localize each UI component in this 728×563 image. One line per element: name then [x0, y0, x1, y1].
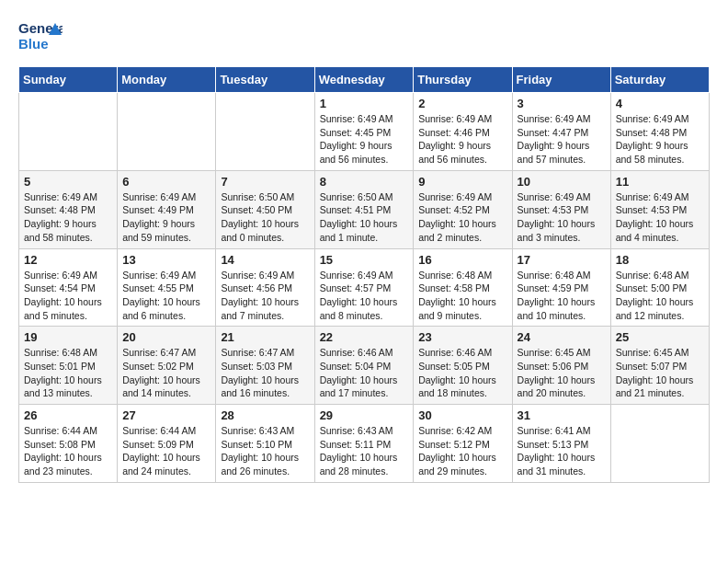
week-row-5: 26Sunrise: 6:44 AMSunset: 5:08 PMDayligh… — [19, 405, 710, 483]
calendar-cell — [118, 93, 216, 171]
calendar-cell: 19Sunrise: 6:48 AMSunset: 5:01 PMDayligh… — [19, 327, 118, 405]
calendar-cell — [19, 93, 118, 171]
day-info: Sunrise: 6:48 AMSunset: 4:58 PMDaylight:… — [418, 269, 506, 323]
calendar-cell: 17Sunrise: 6:48 AMSunset: 4:59 PMDayligh… — [512, 248, 610, 327]
calendar-cell: 6Sunrise: 6:49 AMSunset: 4:49 PMDaylight… — [118, 170, 216, 248]
svg-text:Blue: Blue — [18, 36, 49, 52]
day-number: 18 — [616, 253, 704, 267]
day-info: Sunrise: 6:49 AMSunset: 4:49 PMDaylight:… — [122, 190, 210, 245]
day-number: 26 — [24, 408, 112, 422]
week-row-4: 19Sunrise: 6:48 AMSunset: 5:01 PMDayligh… — [19, 327, 710, 405]
day-info: Sunrise: 6:47 AMSunset: 5:02 PMDaylight:… — [122, 346, 210, 400]
day-info: Sunrise: 6:44 AMSunset: 5:08 PMDaylight:… — [24, 424, 112, 478]
weekday-header-sunday: Sunday — [19, 67, 118, 93]
day-info: Sunrise: 6:50 AMSunset: 4:50 PMDaylight:… — [221, 190, 309, 245]
weekday-header-wednesday: Wednesday — [314, 67, 414, 93]
day-info: Sunrise: 6:44 AMSunset: 5:09 PMDaylight:… — [122, 424, 210, 478]
day-number: 7 — [221, 175, 309, 189]
calendar-cell: 29Sunrise: 6:43 AMSunset: 5:11 PMDayligh… — [314, 405, 414, 483]
calendar-cell: 20Sunrise: 6:47 AMSunset: 5:02 PMDayligh… — [118, 327, 216, 405]
weekday-header-monday: Monday — [118, 67, 216, 93]
calendar-cell: 5Sunrise: 6:49 AMSunset: 4:48 PMDaylight… — [19, 170, 118, 248]
weekday-header-friday: Friday — [512, 67, 610, 93]
calendar-cell: 23Sunrise: 6:46 AMSunset: 5:05 PMDayligh… — [414, 327, 512, 405]
calendar-cell: 25Sunrise: 6:45 AMSunset: 5:07 PMDayligh… — [610, 327, 709, 405]
calendar-cell: 8Sunrise: 6:50 AMSunset: 4:51 PMDaylight… — [314, 170, 414, 248]
day-info: Sunrise: 6:48 AMSunset: 4:59 PMDaylight:… — [518, 269, 606, 323]
day-number: 24 — [518, 330, 606, 344]
week-row-2: 5Sunrise: 6:49 AMSunset: 4:48 PMDaylight… — [19, 170, 710, 248]
calendar-cell: 7Sunrise: 6:50 AMSunset: 4:50 PMDaylight… — [216, 170, 314, 248]
day-number: 13 — [122, 253, 210, 267]
day-info: Sunrise: 6:49 AMSunset: 4:48 PMDaylight:… — [24, 190, 112, 245]
day-number: 11 — [616, 175, 704, 189]
calendar-cell: 1Sunrise: 6:49 AMSunset: 4:45 PMDaylight… — [314, 93, 414, 171]
calendar-cell: 13Sunrise: 6:49 AMSunset: 4:55 PMDayligh… — [118, 248, 216, 327]
calendar-cell: 24Sunrise: 6:45 AMSunset: 5:06 PMDayligh… — [512, 327, 610, 405]
day-number: 5 — [24, 175, 112, 189]
logo-svg: General Blue — [18, 18, 63, 57]
calendar-cell: 12Sunrise: 6:49 AMSunset: 4:54 PMDayligh… — [19, 248, 118, 327]
day-number: 2 — [418, 97, 506, 110]
day-number: 12 — [24, 253, 112, 267]
day-number: 6 — [122, 175, 210, 189]
day-number: 16 — [418, 253, 506, 267]
day-info: Sunrise: 6:49 AMSunset: 4:53 PMDaylight:… — [616, 190, 704, 245]
day-number: 27 — [122, 408, 210, 422]
calendar-cell: 4Sunrise: 6:49 AMSunset: 4:48 PMDaylight… — [610, 93, 709, 171]
day-info: Sunrise: 6:49 AMSunset: 4:52 PMDaylight:… — [418, 190, 506, 245]
calendar-cell: 26Sunrise: 6:44 AMSunset: 5:08 PMDayligh… — [19, 405, 118, 483]
day-info: Sunrise: 6:49 AMSunset: 4:46 PMDaylight:… — [418, 112, 506, 167]
day-number: 30 — [418, 408, 506, 422]
weekday-header-tuesday: Tuesday — [216, 67, 314, 93]
calendar-table: SundayMondayTuesdayWednesdayThursdayFrid… — [18, 66, 710, 483]
calendar-cell — [610, 405, 709, 483]
calendar-cell: 16Sunrise: 6:48 AMSunset: 4:58 PMDayligh… — [414, 248, 512, 327]
calendar-cell: 15Sunrise: 6:49 AMSunset: 4:57 PMDayligh… — [314, 248, 414, 327]
calendar-cell: 11Sunrise: 6:49 AMSunset: 4:53 PMDayligh… — [610, 170, 709, 248]
day-number: 25 — [616, 330, 704, 344]
calendar-cell: 30Sunrise: 6:42 AMSunset: 5:12 PMDayligh… — [414, 405, 512, 483]
day-number: 15 — [320, 253, 409, 267]
day-info: Sunrise: 6:46 AMSunset: 5:04 PMDaylight:… — [320, 346, 409, 400]
calendar-cell: 3Sunrise: 6:49 AMSunset: 4:47 PMDaylight… — [512, 93, 610, 171]
weekday-header-saturday: Saturday — [610, 67, 709, 93]
day-info: Sunrise: 6:41 AMSunset: 5:13 PMDaylight:… — [518, 424, 606, 478]
day-number: 20 — [122, 330, 210, 344]
day-number: 14 — [221, 253, 309, 267]
day-number: 10 — [518, 175, 606, 189]
day-number: 31 — [518, 408, 606, 422]
day-info: Sunrise: 6:49 AMSunset: 4:47 PMDaylight:… — [518, 112, 606, 167]
calendar-cell: 18Sunrise: 6:48 AMSunset: 5:00 PMDayligh… — [610, 248, 709, 327]
week-row-3: 12Sunrise: 6:49 AMSunset: 4:54 PMDayligh… — [19, 248, 710, 327]
day-number: 1 — [320, 97, 409, 110]
calendar-cell: 10Sunrise: 6:49 AMSunset: 4:53 PMDayligh… — [512, 170, 610, 248]
day-info: Sunrise: 6:50 AMSunset: 4:51 PMDaylight:… — [320, 190, 409, 245]
day-number: 21 — [221, 330, 309, 344]
calendar-cell: 31Sunrise: 6:41 AMSunset: 5:13 PMDayligh… — [512, 405, 610, 483]
calendar-cell: 27Sunrise: 6:44 AMSunset: 5:09 PMDayligh… — [118, 405, 216, 483]
calendar-cell: 2Sunrise: 6:49 AMSunset: 4:46 PMDaylight… — [414, 93, 512, 171]
weekday-header-row: SundayMondayTuesdayWednesdayThursdayFrid… — [19, 67, 710, 93]
day-number: 29 — [320, 408, 409, 422]
day-number: 23 — [418, 330, 506, 344]
day-info: Sunrise: 6:49 AMSunset: 4:53 PMDaylight:… — [518, 190, 606, 245]
day-number: 28 — [221, 408, 309, 422]
day-number: 19 — [24, 330, 112, 344]
weekday-header-thursday: Thursday — [414, 67, 512, 93]
day-info: Sunrise: 6:49 AMSunset: 4:56 PMDaylight:… — [221, 269, 309, 323]
calendar-cell: 28Sunrise: 6:43 AMSunset: 5:10 PMDayligh… — [216, 405, 314, 483]
calendar-cell: 22Sunrise: 6:46 AMSunset: 5:04 PMDayligh… — [314, 327, 414, 405]
calendar-cell: 14Sunrise: 6:49 AMSunset: 4:56 PMDayligh… — [216, 248, 314, 327]
day-number: 3 — [518, 97, 606, 110]
logo: General Blue — [18, 18, 63, 57]
day-info: Sunrise: 6:43 AMSunset: 5:10 PMDaylight:… — [221, 424, 309, 478]
day-info: Sunrise: 6:47 AMSunset: 5:03 PMDaylight:… — [221, 346, 309, 400]
page-header: General Blue — [18, 18, 710, 57]
day-info: Sunrise: 6:42 AMSunset: 5:12 PMDaylight:… — [418, 424, 506, 478]
day-info: Sunrise: 6:45 AMSunset: 5:07 PMDaylight:… — [616, 346, 704, 400]
day-number: 4 — [616, 97, 704, 110]
day-info: Sunrise: 6:49 AMSunset: 4:55 PMDaylight:… — [122, 269, 210, 323]
day-info: Sunrise: 6:49 AMSunset: 4:57 PMDaylight:… — [320, 269, 409, 323]
calendar-cell — [216, 93, 314, 171]
